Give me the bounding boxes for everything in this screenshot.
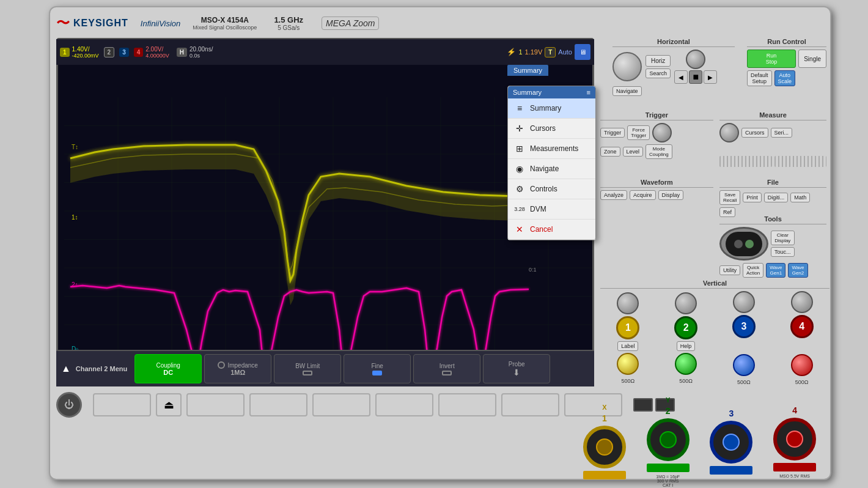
force-trigger-button[interactable]: ForceTrigger: [627, 125, 650, 140]
soft-button-3[interactable]: [249, 393, 307, 416]
cursors-right-button[interactable]: Cursors: [741, 128, 768, 138]
nav-arrows: ◀ ■ ▶: [674, 70, 717, 84]
display-button[interactable]: Display: [658, 190, 684, 200]
mode-coupling-button[interactable]: ModeCoupling: [645, 144, 672, 159]
eject-button[interactable]: ⏏: [156, 393, 182, 416]
navigate-icon: ◉: [514, 163, 525, 174]
acquire-button[interactable]: Acquire: [630, 190, 656, 200]
analyze-button[interactable]: Analyze: [600, 190, 627, 200]
level-button[interactable]: Level: [623, 147, 644, 157]
channel-h-badge[interactable]: H: [177, 48, 187, 57]
menu-item-cancel[interactable]: ✕ Cancel: [508, 220, 595, 240]
intensity-display[interactable]: [719, 227, 768, 261]
ch3-ohm: 500Ω: [737, 379, 751, 385]
soft-button-4[interactable]: [312, 393, 370, 416]
bnc-ch4-connector[interactable]: [773, 418, 816, 460]
navigate-button[interactable]: Navigate: [612, 86, 642, 96]
probe-label: Probe: [509, 361, 525, 368]
menu-item-navigate[interactable]: ◉ Navigate: [508, 159, 595, 179]
soft-button-6[interactable]: [438, 393, 496, 416]
save-recall-button[interactable]: SaveRecall: [719, 190, 740, 205]
bnc-ch2-connector[interactable]: [647, 418, 690, 461]
menu-item-cursors[interactable]: ✛ Cursors: [508, 119, 595, 139]
trigger-level-knob[interactable]: [652, 123, 672, 142]
trigger-badge[interactable]: T: [545, 47, 556, 57]
invert-button[interactable]: Invert: [413, 354, 480, 383]
seri-button[interactable]: Seri...: [771, 128, 793, 138]
channel3-badge[interactable]: 3: [119, 48, 129, 57]
fine-button[interactable]: Fine: [344, 354, 411, 383]
menu-item-controls[interactable]: ⚙ Controls: [508, 179, 595, 199]
wave-gen1-button[interactable]: WaveGen1: [766, 263, 785, 278]
ch2-scale-knob[interactable]: [675, 353, 697, 375]
ch1-ohm: 500Ω: [622, 378, 635, 384]
horizontal-position-knob[interactable]: [612, 52, 642, 81]
measure-knob[interactable]: [719, 123, 739, 142]
bnc-ch4-num: 4: [792, 405, 797, 415]
ch1-vertical-button[interactable]: 1: [616, 316, 639, 339]
menu-item-measurements[interactable]: ⊞ Measurements: [508, 139, 595, 159]
menu-item-dvm[interactable]: 3.28 DVM: [508, 199, 595, 220]
ch3-position-knob[interactable]: [733, 291, 755, 313]
ch4-position-knob[interactable]: [791, 291, 813, 313]
auto-scale-button[interactable]: AutoScale: [774, 70, 796, 86]
time-offset: 0.0s: [189, 53, 213, 59]
horiz-button[interactable]: Horiz: [645, 55, 671, 67]
print-button[interactable]: Print: [743, 193, 762, 202]
ch2-help-button[interactable]: Help: [677, 341, 696, 351]
power-button[interactable]: ⏻: [56, 392, 82, 418]
ch3-scale-knob[interactable]: [733, 354, 755, 376]
touch-button[interactable]: Touc...: [771, 247, 795, 257]
header-bar: 〜 KEYSIGHT InfiniiVision MSO-X 4154A Mix…: [56, 12, 824, 34]
ch4-scale-knob[interactable]: [791, 354, 813, 376]
math-button[interactable]: Math: [790, 193, 810, 202]
impedance-button[interactable]: Impedance 1MΩ: [204, 354, 271, 383]
ch2-vertical-button[interactable]: 2: [674, 316, 697, 339]
soft-button-2[interactable]: [186, 393, 245, 416]
probe-arrow-icon: ⬇: [513, 368, 520, 377]
bnc-ch2-teeth: [647, 464, 690, 472]
summary-tab-button[interactable]: Summary: [507, 65, 548, 76]
ch4-vertical-button[interactable]: 4: [790, 315, 814, 338]
bw-limit-button[interactable]: BW Limit: [274, 354, 341, 383]
bnc-ch3-connector[interactable]: [710, 421, 752, 464]
channel4-badge[interactable]: 4: [134, 48, 144, 57]
digiti-button[interactable]: Digiti...: [764, 193, 789, 202]
invert-label: Invert: [440, 363, 455, 369]
search-button[interactable]: Search: [645, 68, 671, 78]
menu-item-summary[interactable]: ≡ Summary: [508, 98, 595, 119]
screen-icon[interactable]: 🖥: [575, 44, 590, 60]
nav-left-button[interactable]: ◀: [674, 70, 688, 84]
clear-display-button[interactable]: ClearDisplay: [771, 231, 795, 245]
bnc-ch3-teeth: [710, 466, 752, 475]
channel2-badge[interactable]: 2: [104, 47, 115, 57]
ch4-offset: 4.00000V: [145, 53, 169, 59]
trigger-button[interactable]: Trigger: [600, 128, 625, 138]
nav-right-button[interactable]: ▶: [704, 70, 717, 84]
bnc-ch1-x-label: X: [602, 404, 606, 411]
run-stop-button[interactable]: RunStop: [747, 50, 796, 68]
quick-action-button[interactable]: QuickAction: [743, 263, 763, 278]
bnc-ch1-connector[interactable]: [583, 426, 626, 468]
tools-section: Tools ClearDisplay Touc... Utility Quick…: [719, 215, 826, 278]
utility-button[interactable]: Utility: [719, 265, 740, 275]
soft-button-7[interactable]: [501, 393, 559, 416]
dropdown-menu: Summary ≡ ≡ Summary ✛ Cursors ⊞ Measurem…: [507, 86, 596, 240]
ch1-label-button[interactable]: Label: [617, 341, 638, 351]
ch2-position-knob[interactable]: [675, 292, 697, 314]
coupling-button[interactable]: Coupling DC: [134, 354, 202, 383]
single-button[interactable]: Single: [798, 50, 826, 68]
up-arrow-icon[interactable]: ▲: [61, 363, 71, 374]
wave-gen2-button[interactable]: WaveGen2: [788, 263, 807, 278]
ch1-position-knob[interactable]: [617, 292, 639, 314]
ch1-scale-knob[interactable]: [617, 353, 639, 375]
nav-stop-button[interactable]: ■: [689, 70, 702, 84]
zone-button[interactable]: Zone: [600, 147, 620, 157]
soft-button-1[interactable]: [93, 393, 151, 416]
horizontal-scale-knob[interactable]: [686, 50, 705, 69]
channel1-badge[interactable]: 1: [60, 48, 70, 57]
default-setup-button[interactable]: DefaultSetup: [747, 70, 772, 86]
soft-button-5[interactable]: [375, 393, 433, 416]
ch3-vertical-button[interactable]: 3: [732, 315, 756, 338]
probe-button[interactable]: Probe ⬇: [483, 354, 550, 383]
